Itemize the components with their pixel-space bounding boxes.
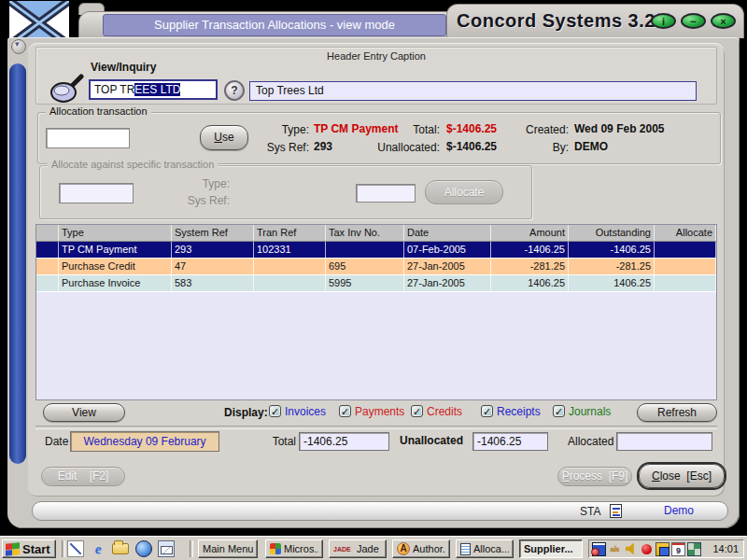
transactions-table: TypeSystem RefTran RefTax Inv No.DateAmo… <box>35 224 717 400</box>
account-name-field[interactable]: Top Trees Ltd <box>249 81 697 101</box>
group-label: Allocate against specific transaction <box>48 159 218 170</box>
display-icon[interactable] <box>655 542 669 556</box>
taskbar-task-author[interactable]: Author... <box>392 539 450 558</box>
unallocated-field[interactable]: -1406.25 <box>472 432 548 451</box>
filter-journals[interactable]: ✓Journals <box>553 404 611 418</box>
table-row[interactable]: Purchase Credit4769527-Jan-2005-281.25-2… <box>36 259 716 275</box>
taskbar-task-supplier[interactable]: Supplier... <box>519 539 583 558</box>
doc-icon <box>460 543 471 555</box>
minimize-button[interactable]: − <box>681 13 706 29</box>
folder-icon[interactable] <box>112 543 129 554</box>
checkbox-icon[interactable]: ✓ <box>339 405 351 417</box>
taskbar-task-jade-i[interactable]: Jade I... <box>329 539 387 558</box>
desktop: Concord Systems 3.2 i − × Supplier Trans… <box>0 0 747 560</box>
scheduler-icon[interactable] <box>592 542 606 556</box>
task-label: Alloca... <box>473 543 509 554</box>
filter-label: Invoices <box>285 405 326 418</box>
process-button[interactable]: Process [F9] <box>557 467 632 486</box>
table-cell <box>254 275 326 291</box>
help-button[interactable]: ? <box>224 80 245 101</box>
filter-label: Payments <box>355 405 404 418</box>
calendar-icon[interactable] <box>671 542 685 556</box>
filter-credits[interactable]: ✓Credits <box>411 404 462 418</box>
account-code-input[interactable]: TOP TREES LTD <box>89 79 218 100</box>
internet-explorer-icon[interactable] <box>90 540 106 557</box>
column-header-date: Date <box>404 225 491 241</box>
by-label: By: <box>490 141 569 154</box>
task-label: Author... <box>413 543 445 554</box>
column-header-amount: Amount <box>491 225 569 241</box>
table-row[interactable]: Purchase Invoice583599527-Jan-20051406.2… <box>36 275 716 292</box>
refresh-button[interactable]: Refresh <box>637 403 717 422</box>
table-cell <box>655 259 716 274</box>
table-row[interactable]: TP CM Payment29310233107-Feb-2005-1406.2… <box>36 242 716 259</box>
allocate-button[interactable]: Allocate <box>425 180 503 204</box>
filter-receipts[interactable]: ✓Receipts <box>481 404 541 418</box>
table-cell: 1406.25 <box>491 275 569 291</box>
table-cell: TP CM Payment <box>59 242 172 258</box>
start-button[interactable]: Start <box>2 539 56 558</box>
table-cell: 583 <box>172 275 254 291</box>
table-cell: 102331 <box>254 242 326 258</box>
sys-ref-value: 293 <box>314 140 332 153</box>
taskbar-task-main-menu[interactable]: Main Menu <box>198 539 258 558</box>
specific-sys-ref-label: Sys Ref: <box>150 194 230 207</box>
status-text: STA <box>580 505 600 518</box>
row-gutter <box>36 225 59 241</box>
specific-type-label: Type: <box>150 177 230 190</box>
mail-icon[interactable] <box>158 540 175 557</box>
status-bar: STA Demo <box>32 501 728 521</box>
table-cell: Purchase Invoice <box>59 275 172 291</box>
specific-transaction-group: Allocate against specific transaction Ty… <box>39 165 532 219</box>
filter-payments[interactable]: ✓Payments <box>339 404 404 418</box>
taskbar-task-alloca[interactable]: Alloca... <box>456 539 514 558</box>
checkbox-icon[interactable]: ✓ <box>269 405 281 417</box>
agent-icon[interactable] <box>640 542 654 556</box>
checkbox-icon[interactable]: ✓ <box>553 405 565 417</box>
status-document-icon <box>610 504 622 518</box>
notepad-icon[interactable] <box>67 540 84 557</box>
info-button[interactable]: i <box>651 13 676 29</box>
table-body: TP CM Payment29310233107-Feb-2005-1406.2… <box>36 242 716 292</box>
column-header-tran-ref: Tran Ref <box>254 225 326 241</box>
unallocated-value: $-1406.25 <box>446 140 497 153</box>
sis-icon[interactable] <box>608 542 622 556</box>
search-globe-icon[interactable] <box>135 540 152 557</box>
table-cell: -281.25 <box>569 259 655 274</box>
code-selected: EES LTD <box>134 83 180 96</box>
network-icon[interactable] <box>687 542 701 556</box>
table-cell: -281.25 <box>491 259 569 274</box>
date-field[interactable]: Wednesday 09 February <box>70 431 219 452</box>
table-cell: 27-Jan-2005 <box>404 259 491 274</box>
unallocated-label: Unallocated: <box>353 141 440 154</box>
colors-icon <box>270 543 281 554</box>
app-titlebar: Concord Systems 3.2 i − × <box>446 4 744 38</box>
specific-sys-ref-input[interactable] <box>356 184 416 203</box>
demo-label: Demo <box>664 504 694 517</box>
checkbox-icon[interactable]: ✓ <box>481 405 493 417</box>
column-header-system-ref: System Ref <box>172 225 254 241</box>
window-menu-button[interactable] <box>11 39 26 54</box>
allocation-transaction-group: Allocation transaction Use Type: TP CM P… <box>37 112 721 164</box>
edit-button[interactable]: Edit [F2] <box>41 467 125 486</box>
filter-invoices[interactable]: ✓Invoices <box>269 404 326 418</box>
taskbar-task-micros[interactable]: Micros... <box>265 539 323 558</box>
table-cell: 07-Feb-2005 <box>404 242 491 258</box>
checkbox-icon[interactable]: ✓ <box>411 405 423 417</box>
close-button[interactable]: Close [Esc] <box>639 464 725 488</box>
view-button[interactable]: View <box>43 403 125 422</box>
task-label: Main Menu <box>203 543 253 554</box>
total-field[interactable]: -1406.25 <box>299 432 389 451</box>
start-label: Start <box>22 542 50 556</box>
task-label: Supplier... <box>524 543 573 554</box>
specific-reference-input[interactable] <box>59 183 134 203</box>
total-value: $-1406.25 <box>446 122 497 135</box>
by-value: DEMO <box>574 140 608 153</box>
volume-icon[interactable] <box>624 542 638 556</box>
allocated-field[interactable] <box>616 432 712 451</box>
taskbar: Start Main MenuMicros...Jade I...Author.… <box>0 536 747 560</box>
allocation-reference-input[interactable] <box>46 128 130 148</box>
close-window-button[interactable]: × <box>711 13 736 29</box>
row-gutter <box>36 242 59 258</box>
tray-icons <box>592 542 701 556</box>
